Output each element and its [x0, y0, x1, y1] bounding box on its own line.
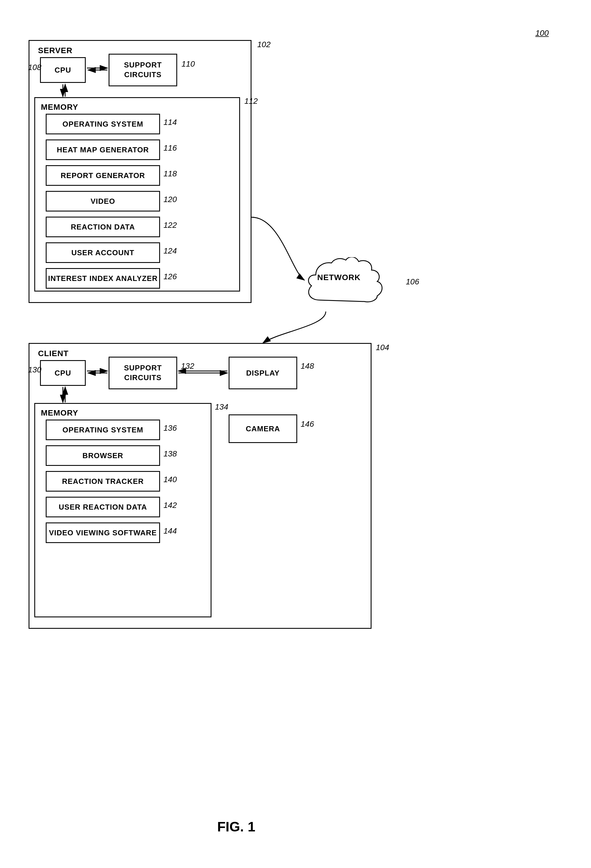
client-userreaction-ref: 142 — [164, 501, 177, 510]
server-video-label: VIDEO — [91, 197, 115, 206]
fig-label: FIG. 1 — [217, 819, 255, 834]
client-ref: 104 — [376, 343, 389, 352]
server-video-box: VIDEO — [46, 191, 160, 211]
client-display-box: DISPLAY — [229, 357, 297, 389]
server-heatmap-ref: 116 — [164, 143, 177, 153]
client-memory-label: MEMORY — [41, 409, 78, 418]
server-cpu-label: CPU — [55, 66, 71, 75]
client-label: CLIENT — [38, 349, 69, 358]
server-report-box: REPORT GENERATOR — [46, 165, 160, 186]
server-interest-label: INTEREST INDEX ANALYZER — [48, 274, 158, 283]
server-label: SERVER — [38, 46, 72, 55]
client-os-box: OPERATING SYSTEM — [46, 419, 160, 440]
client-cpu-ref: 130 — [28, 365, 41, 374]
server-support-circuits-box: SUPPORT CIRCUITS — [109, 54, 177, 86]
server-cpu-box: CPU — [40, 57, 86, 83]
server-video-ref: 120 — [164, 195, 177, 204]
client-cpu-label: CPU — [55, 369, 71, 378]
client-support-circuits-ref: 132 — [181, 362, 194, 371]
server-interest-box: INTEREST INDEX ANALYZER — [46, 268, 160, 289]
server-heatmap-label: HEAT MAP GENERATOR — [57, 146, 149, 154]
server-memory-ref: 112 — [244, 97, 258, 106]
client-videosoftware-ref: 144 — [164, 527, 177, 536]
client-reaction-tracker-label: REACTION TRACKER — [62, 477, 144, 486]
client-camera-label: CAMERA — [246, 424, 280, 433]
client-reaction-tracker-box: REACTION TRACKER — [46, 471, 160, 492]
client-videosoftware-box: VIDEO VIEWING SOFTWARE — [46, 523, 160, 543]
server-useraccount-box: USER ACCOUNT — [46, 242, 160, 263]
client-display-ref: 148 — [301, 362, 314, 371]
client-userreaction-label: USER REACTION DATA — [59, 503, 147, 512]
server-memory-label: MEMORY — [41, 103, 78, 112]
network-ref: 106 — [406, 277, 419, 286]
client-cpu-box: CPU — [40, 360, 86, 386]
server-report-ref: 118 — [164, 169, 177, 179]
ref-100: 100 — [535, 29, 549, 38]
server-heatmap-box: HEAT MAP GENERATOR — [46, 139, 160, 160]
client-browser-ref: 138 — [164, 449, 177, 458]
network-cloud: NETWORK — [303, 257, 400, 314]
client-os-ref: 136 — [164, 424, 177, 433]
server-report-label: REPORT GENERATOR — [61, 171, 145, 180]
diagram-container: 100 SERVER 102 CPU 108 SUPPORT CIRCUITS … — [23, 23, 566, 852]
client-reaction-tracker-ref: 140 — [164, 475, 177, 484]
client-userreaction-box: USER REACTION DATA — [46, 497, 160, 517]
server-support-circuits-label: SUPPORT CIRCUITS — [124, 60, 162, 80]
client-camera-box: CAMERA — [229, 415, 297, 443]
server-os-ref: 114 — [164, 118, 177, 127]
network-label: NETWORK — [317, 273, 361, 282]
client-browser-box: BROWSER — [46, 445, 160, 466]
network-cloud-svg — [303, 257, 400, 314]
client-videosoftware-label: VIDEO VIEWING SOFTWARE — [49, 528, 157, 537]
client-os-label: OPERATING SYSTEM — [63, 425, 143, 434]
client-browser-label: BROWSER — [83, 451, 123, 460]
server-ref: 102 — [257, 40, 270, 49]
client-support-circuits-box: SUPPORT CIRCUITS — [109, 357, 177, 389]
server-support-circuits-ref: 110 — [182, 59, 195, 69]
client-camera-ref: 146 — [301, 419, 314, 429]
client-support-circuits-label: SUPPORT CIRCUITS — [124, 363, 162, 383]
server-useraccount-label: USER ACCOUNT — [71, 248, 134, 257]
server-cpu-ref: 108 — [28, 63, 41, 72]
server-reaction-ref: 122 — [164, 221, 177, 230]
server-reaction-label: REACTION DATA — [71, 223, 135, 232]
server-interest-ref: 126 — [164, 272, 177, 281]
client-display-label: DISPLAY — [246, 369, 279, 378]
client-memory-ref: 134 — [215, 402, 228, 412]
server-os-label: OPERATING SYSTEM — [63, 120, 143, 128]
server-reaction-box: REACTION DATA — [46, 217, 160, 237]
server-os-box: OPERATING SYSTEM — [46, 114, 160, 134]
server-useraccount-ref: 124 — [164, 247, 177, 255]
